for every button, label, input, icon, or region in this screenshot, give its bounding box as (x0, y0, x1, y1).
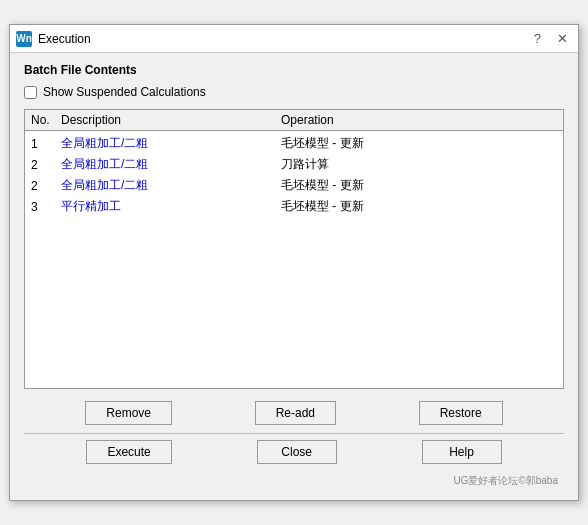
cell-no: 2 (31, 179, 61, 193)
main-buttons-row: Execute Close Help (24, 440, 564, 464)
section-title: Batch File Contents (24, 63, 564, 77)
divider (24, 433, 564, 434)
action-buttons-row: Remove Re-add Restore (24, 401, 564, 425)
show-suspended-checkbox[interactable] (24, 86, 37, 99)
title-bar-left: Wn Execution (16, 31, 91, 47)
title-bar: Wn Execution ? ✕ (10, 25, 578, 53)
batch-table[interactable]: No. Description Operation 1全局粗加工/二粗毛坯模型 … (24, 109, 564, 389)
help-button[interactable]: ? (530, 32, 545, 45)
table-row[interactable]: 2全局粗加工/二粗毛坯模型 - 更新 (31, 175, 557, 196)
table-row[interactable]: 1全局粗加工/二粗毛坯模型 - 更新 (31, 133, 557, 154)
cell-no: 3 (31, 200, 61, 214)
table-row[interactable]: 2全局粗加工/二粗刀路计算 (31, 154, 557, 175)
table-row[interactable]: 3平行精加工毛坯模型 - 更新 (31, 196, 557, 217)
cell-description: 全局粗加工/二粗 (61, 177, 281, 194)
checkbox-row: Show Suspended Calculations (24, 85, 564, 99)
table-header: No. Description Operation (25, 110, 563, 131)
header-no: No. (31, 113, 61, 127)
cell-description: 平行精加工 (61, 198, 281, 215)
close-window-button[interactable]: ✕ (553, 32, 572, 45)
cell-no: 2 (31, 158, 61, 172)
table-body: 1全局粗加工/二粗毛坯模型 - 更新2全局粗加工/二粗刀路计算2全局粗加工/二粗… (25, 131, 563, 219)
watermark: UG爱好者论坛©郭baba (24, 472, 564, 490)
cell-operation: 毛坯模型 - 更新 (281, 135, 557, 152)
cell-operation: 毛坯模型 - 更新 (281, 198, 557, 215)
window-title: Execution (38, 32, 91, 46)
cell-description: 全局粗加工/二粗 (61, 156, 281, 173)
cell-operation: 毛坯模型 - 更新 (281, 177, 557, 194)
window-icon: Wn (16, 31, 32, 47)
header-description: Description (61, 113, 281, 127)
cell-operation: 刀路计算 (281, 156, 557, 173)
header-operation: Operation (281, 113, 557, 127)
remove-button[interactable]: Remove (85, 401, 172, 425)
cell-description: 全局粗加工/二粗 (61, 135, 281, 152)
checkbox-label: Show Suspended Calculations (43, 85, 206, 99)
close-button[interactable]: Close (257, 440, 337, 464)
restore-button[interactable]: Restore (419, 401, 503, 425)
title-bar-controls: ? ✕ (530, 32, 572, 45)
help-dialog-button[interactable]: Help (422, 440, 502, 464)
main-window: Wn Execution ? ✕ Batch File Contents Sho… (9, 24, 579, 501)
readd-button[interactable]: Re-add (255, 401, 336, 425)
cell-no: 1 (31, 137, 61, 151)
execute-button[interactable]: Execute (86, 440, 171, 464)
content-area: Batch File Contents Show Suspended Calcu… (10, 53, 578, 500)
